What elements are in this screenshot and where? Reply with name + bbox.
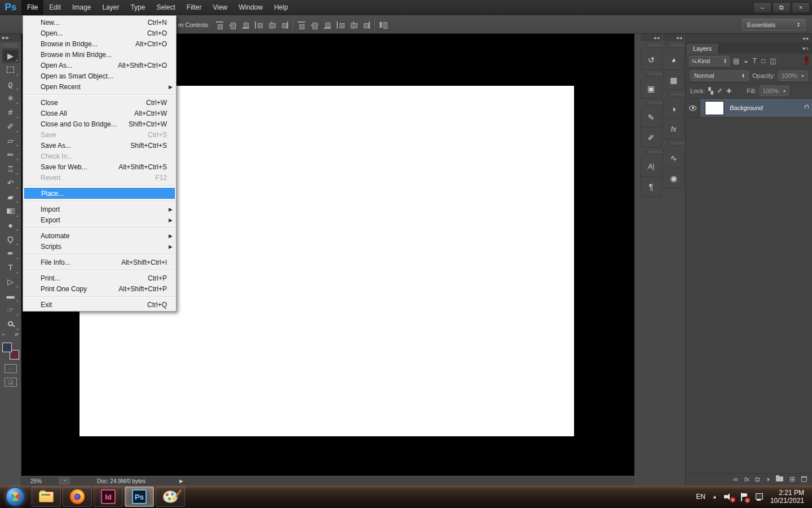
taskbar-photoshop-button[interactable]: Ps (125, 487, 154, 507)
layer-thumbnail[interactable] (705, 101, 724, 115)
distribute-horizontal-centers-icon[interactable] (348, 20, 358, 30)
workspace-switcher[interactable]: Essentials (742, 19, 805, 30)
opacity-field[interactable]: 100% ▼ (778, 71, 807, 81)
distribute-bottom-edges-icon[interactable] (323, 20, 332, 30)
filter-smart-object-layers-icon[interactable]: ◫ (770, 57, 776, 65)
collapse-dock-icon[interactable]: ◀◀ (663, 34, 684, 41)
menubar-item[interactable]: Edit (43, 0, 67, 15)
add-layer-mask-icon[interactable]: ◘ (755, 475, 759, 483)
lasso-tool[interactable]: ϱ (2, 77, 19, 91)
menu-item-file-info[interactable]: File Info... Alt+Shift+Ctrl+I ▶ (23, 257, 176, 268)
menu-item-open-recent[interactable]: Open Recent ▶ (23, 81, 176, 92)
menu-item-open[interactable]: Open... Ctrl+O ▶ (23, 28, 176, 38)
crop-tool[interactable]: # (2, 105, 19, 119)
minimize-button[interactable]: – (753, 2, 771, 13)
delete-layer-icon[interactable] (801, 476, 807, 482)
menubar-item[interactable]: Type (125, 0, 151, 15)
toolbox-grip[interactable] (4, 43, 17, 47)
start-button[interactable] (6, 487, 25, 506)
menu-item-close-all[interactable]: Close All Alt+Ctrl+W ▶ (23, 108, 176, 119)
lock-image-pixels-icon[interactable]: ✐ (717, 87, 722, 95)
distribute-vertical-centers-icon[interactable] (310, 20, 319, 30)
rectangle-tool[interactable]: ▬ (2, 288, 19, 303)
menu-item-save-as[interactable]: Save As... Shift+Ctrl+S ▶ (23, 140, 176, 151)
menu-item-open-as-smart-object[interactable]: Open as Smart Object... ▶ (23, 71, 176, 81)
menu-item-check-in[interactable]: Check In... ▶ (23, 151, 176, 161)
menu-item-new[interactable]: New... Ctrl+N ▶ (23, 17, 176, 28)
distribute-right-edges-icon[interactable] (361, 20, 371, 30)
menu-item-import[interactable]: Import ▶ (23, 204, 176, 214)
styles-panel-icon[interactable]: fx (663, 119, 684, 139)
layer-name[interactable]: Background (730, 104, 763, 111)
align-horizontal-centers-icon[interactable] (267, 20, 276, 30)
quick-mask-mode-button[interactable]: ◌ (5, 364, 17, 373)
menu-item-save-for-web[interactable]: Save for Web... Alt+Shift+Ctrl+S ▶ (23, 161, 176, 172)
panel-menu-icon[interactable]: ▼≡ (801, 46, 812, 51)
menu-item-open-as[interactable]: Open As... Alt+Shift+Ctrl+O ▶ (23, 60, 176, 71)
auto-align-layers-icon[interactable] (378, 20, 388, 30)
fill-field[interactable]: 100% ▼ (760, 86, 789, 96)
pen-tool[interactable]: ✒ (2, 246, 19, 260)
close-button[interactable]: × (792, 2, 810, 13)
menubar-item[interactable]: Window (233, 0, 268, 15)
channels-panel-icon[interactable]: ◉ (663, 168, 684, 189)
menu-item[interactable]: ▶ (23, 183, 176, 188)
color-panel-icon[interactable]: ◕ (663, 50, 684, 70)
tray-clock[interactable]: 2:21 PM 10/21/2021 (770, 489, 804, 505)
align-left-edges-icon[interactable] (254, 20, 263, 30)
paragraph-panel-icon[interactable]: ¶ (641, 177, 661, 197)
collapse-panels-icon[interactable]: ◀◀ (686, 34, 812, 42)
menu-item-browse-in-bridge[interactable]: Browse in Bridge... Alt+Ctrl+O ▶ (23, 38, 176, 49)
quick-selection-tool[interactable]: ✳ (2, 91, 19, 105)
align-icon[interactable] (374, 19, 375, 31)
tool-presets-panel-icon[interactable]: ▣ (641, 78, 661, 99)
menu-item-place[interactable]: Place... ▶ (24, 188, 175, 199)
align-top-edges-icon[interactable] (215, 20, 224, 30)
align-icon[interactable] (293, 19, 293, 31)
menubar-item[interactable]: Select (151, 0, 180, 15)
layer-visibility-toggle[interactable] (686, 99, 700, 117)
paths-panel-icon[interactable]: ∿ (663, 148, 684, 168)
default-colors-icon[interactable]: ▪▫ (2, 332, 6, 337)
character-panel-icon[interactable]: A| (641, 156, 661, 177)
menu-item-automate[interactable]: Automate ▶ (23, 230, 176, 241)
history-panel-icon[interactable]: ↺ (641, 50, 661, 70)
screen-mode-button[interactable]: ❏ (5, 378, 17, 387)
zoom-level-field[interactable]: 25% (30, 478, 42, 484)
swap-colors-icon[interactable]: ⇄ (15, 332, 19, 337)
filter-type-layers-icon[interactable]: T (753, 57, 757, 65)
link-layers-icon[interactable]: ∞ (733, 475, 738, 483)
filter-shape-layers-icon[interactable]: □ (761, 57, 765, 65)
brush-tool[interactable]: ✏ (2, 147, 19, 161)
layer-filter-toggle[interactable] (805, 56, 809, 65)
menu-item-browse-in-mini-bridge[interactable]: Browse in Mini Bridge... ▶ (23, 49, 176, 60)
dock-panel-button[interactable] (645, 100, 665, 106)
filter-image-layers-icon[interactable]: ▤ (733, 57, 739, 65)
menu-item[interactable]: ▶ (23, 225, 176, 230)
foreground-color-swatch[interactable] (2, 343, 12, 352)
status-flyout-arrow-icon[interactable]: ▶ (179, 479, 183, 484)
align-vertical-centers-icon[interactable] (228, 20, 237, 30)
layers-tab[interactable]: Layers (686, 43, 719, 54)
blur-tool[interactable]: ● (2, 218, 19, 232)
menu-item[interactable]: ▶ (23, 294, 176, 299)
eyedropper-tool[interactable]: ✐ (2, 119, 19, 133)
menu-item-exit[interactable]: Exit Ctrl+Q ▶ (23, 299, 176, 310)
adjustments-panel-icon[interactable]: ◑ (663, 99, 684, 119)
zoom-tool[interactable] (2, 317, 19, 331)
brush-presets-panel-icon[interactable]: ✎ (641, 107, 661, 128)
menu-item[interactable]: ▶ (23, 199, 176, 204)
menubar-item[interactable]: View (207, 0, 233, 15)
align-right-edges-icon[interactable] (280, 20, 289, 30)
kind-filter-select[interactable]: Kind (689, 56, 730, 66)
blend-mode-select[interactable]: Normal (690, 71, 749, 81)
dock-panel-button[interactable] (645, 43, 665, 48)
restore-button[interactable]: ⧉ (773, 2, 791, 13)
menubar-item[interactable]: Image (67, 0, 96, 15)
taskbar-explorer-button[interactable] (32, 487, 61, 507)
adjustment-layer-icon[interactable]: ◑ (766, 475, 770, 483)
taskbar-paint-button[interactable] (156, 487, 185, 507)
taskbar-firefox-button[interactable] (63, 487, 92, 507)
dock-panel-button[interactable] (645, 150, 665, 155)
tray-expand-icon[interactable]: ▲ (712, 494, 717, 500)
